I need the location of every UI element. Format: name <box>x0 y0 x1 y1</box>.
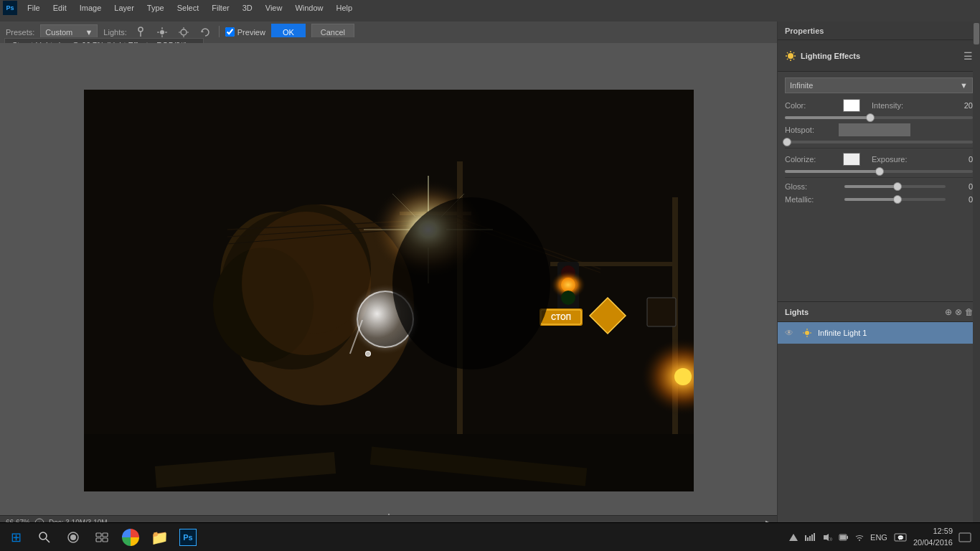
menu-window[interactable]: Window <box>289 0 329 16</box>
svg-text:💬: 💬 <box>897 534 903 540</box>
preview-checkbox-label[interactable]: Preview <box>225 27 265 37</box>
menu-layer[interactable]: Layer <box>108 0 140 16</box>
metallic-slider[interactable] <box>844 198 946 201</box>
light-type-dropdown[interactable]: Infinite ▼ <box>785 77 973 93</box>
direction-overlay <box>392 197 550 369</box>
hotspot-slider[interactable] <box>785 141 973 143</box>
notification-icon[interactable]: 💬 <box>893 532 908 542</box>
language-indicator[interactable]: ENG <box>870 533 887 542</box>
canvas[interactable]: СТОП <box>84 90 694 491</box>
visibility-icon[interactable]: 👁 <box>785 328 793 338</box>
svg-text:СТОП: СТОП <box>551 314 571 321</box>
metallic-value: 0 <box>951 195 973 204</box>
menu-filter[interactable]: Filter <box>206 0 235 16</box>
svg-line-73 <box>793 52 794 52</box>
lighting-effects-title: Lighting Effects <box>801 52 860 60</box>
task-view-icon <box>95 531 108 544</box>
intensity-slider[interactable] <box>785 116 973 119</box>
lights-section: Lights ⊕ ⊗ 🗑 👁 Infinite Light 1 <box>778 301 980 344</box>
svg-rect-92 <box>811 534 813 541</box>
menu-image[interactable]: Image <box>74 0 108 16</box>
svg-line-81 <box>46 539 50 542</box>
lights-label: Lights: <box>103 28 126 37</box>
system-clock[interactable]: 12:59 20/04/2016 <box>913 526 953 548</box>
taskbar: ⊞ 📁 Ps )) ENG 💬 <box>0 522 980 551</box>
lights-expand-icon[interactable]: ⊕ <box>945 307 952 317</box>
svg-rect-101 <box>959 533 971 542</box>
menu-select[interactable]: Select <box>171 0 205 16</box>
svg-line-71 <box>787 52 788 52</box>
exposure-slider-row <box>785 170 973 173</box>
svg-point-7 <box>181 29 187 35</box>
search-button[interactable] <box>32 524 57 550</box>
control-dot[interactable] <box>365 351 371 357</box>
menu-file[interactable]: File <box>22 0 46 16</box>
menu-type[interactable]: Type <box>141 0 170 16</box>
gloss-row: Gloss: 0 <box>785 182 973 191</box>
svg-rect-86 <box>96 538 101 542</box>
clock-time: 12:59 <box>913 526 953 537</box>
colorize-label: Colorize: <box>785 155 839 164</box>
svg-point-40 <box>561 291 575 305</box>
color-intensity-row: Color: Intensity: 20 <box>785 99 973 112</box>
clock-date: 20/04/2016 <box>913 537 953 548</box>
explorer-taskbar-icon[interactable]: 📁 <box>146 524 172 550</box>
svg-point-80 <box>39 532 47 540</box>
ps-logo: Ps <box>3 1 17 15</box>
colorize-picker[interactable] <box>843 153 860 166</box>
menu-3d[interactable]: 3D <box>237 0 258 16</box>
svg-rect-87 <box>103 538 108 542</box>
scroll-thumb[interactable] <box>974 23 979 44</box>
menu-help[interactable]: Help <box>331 0 359 16</box>
folder-icon: 📁 <box>151 529 169 546</box>
svg-rect-97 <box>847 536 848 539</box>
workspace: СТОП <box>0 43 777 538</box>
volume-icon[interactable]: )) <box>821 532 833 542</box>
svg-rect-91 <box>809 536 811 541</box>
search-icon <box>38 531 51 544</box>
menu-edit[interactable]: Edit <box>47 0 72 16</box>
taskbar-right: )) ENG 💬 12:59 20/04/2016 <box>788 526 977 548</box>
start-button[interactable]: ⊞ <box>3 524 29 550</box>
presets-label: Presets: <box>6 28 34 37</box>
ps-icon: Ps <box>179 529 197 546</box>
notifications-button[interactable] <box>958 532 971 542</box>
svg-point-83 <box>70 534 76 540</box>
separator <box>219 26 220 39</box>
gloss-slider[interactable] <box>844 185 946 188</box>
hotspot-row: Hotspot: <box>785 123 973 136</box>
intensity-label: Intensity: <box>872 101 915 110</box>
ps-taskbar-icon[interactable]: Ps <box>175 524 201 550</box>
hotspot-color[interactable] <box>839 123 910 136</box>
svg-rect-84 <box>96 533 101 537</box>
svg-line-49 <box>156 463 335 477</box>
network-icon[interactable] <box>804 532 816 542</box>
lights-collapse-icon[interactable]: ⊗ <box>955 307 962 317</box>
divider-2 <box>785 177 973 178</box>
svg-line-74 <box>787 58 788 59</box>
exposure-slider[interactable] <box>785 170 973 173</box>
cortana-button[interactable] <box>60 524 86 550</box>
light-item-icon <box>802 328 812 338</box>
lighting-title-area: Lighting Effects <box>785 50 860 62</box>
panel-scrollbar[interactable] <box>973 22 980 551</box>
panel-options-icon[interactable]: ☰ <box>963 50 973 62</box>
light-item-1[interactable]: 👁 Infinite Light 1 <box>778 322 980 344</box>
cortana-icon <box>67 531 80 544</box>
chrome-taskbar-icon[interactable] <box>118 524 143 550</box>
colorize-exposure-row: Colorize: Exposure: 0 <box>785 153 973 166</box>
svg-rect-45 <box>647 298 676 326</box>
menu-view[interactable]: View <box>260 0 288 16</box>
svg-rect-85 <box>103 533 108 537</box>
menubar: Ps File Edit Image Layer Type Select Fil… <box>0 0 980 16</box>
properties-content: Infinite ▼ Color: Intensity: 20 Hotspot: <box>778 72 980 214</box>
preview-checkbox[interactable] <box>225 27 235 37</box>
metallic-label: Metallic: <box>785 195 839 204</box>
svg-point-2 <box>160 30 164 34</box>
task-view-button[interactable] <box>89 524 115 550</box>
up-arrow-icon[interactable] <box>788 532 798 542</box>
color-picker[interactable] <box>843 99 860 112</box>
lighting-icon <box>785 50 796 62</box>
hotspot-label: Hotspot: <box>785 126 839 134</box>
intensity-value: 20 <box>951 101 973 110</box>
